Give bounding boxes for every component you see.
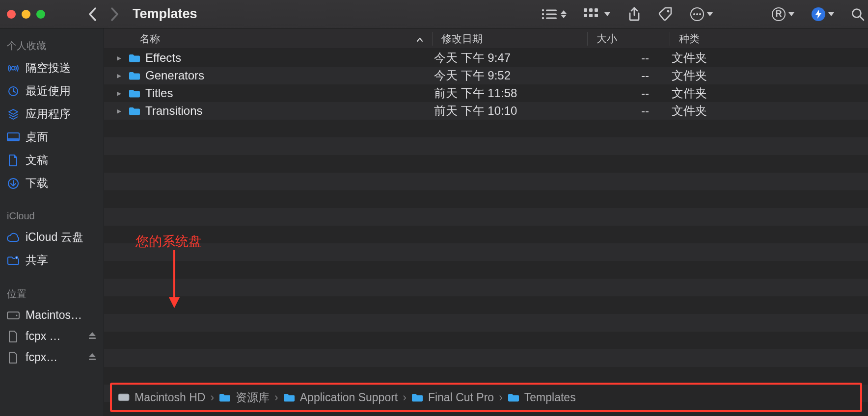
extension-r-button[interactable]: R xyxy=(772,7,794,21)
svg-point-4 xyxy=(542,17,544,19)
chevron-down-icon xyxy=(788,12,794,16)
table-row-empty xyxy=(104,261,868,279)
svg-marker-30 xyxy=(169,297,180,308)
path-separator-icon: › xyxy=(274,391,278,404)
svg-rect-3 xyxy=(546,13,557,15)
column-header-label: 名称 xyxy=(139,32,160,46)
minimize-window-button[interactable] xyxy=(22,10,30,19)
file-date: 今天 下午 9:52 xyxy=(425,68,580,83)
svg-rect-27 xyxy=(89,338,96,339)
document-icon xyxy=(7,331,20,342)
table-row[interactable]: ▸Transitions前天 下午 10:10--文件夹 xyxy=(104,102,868,120)
table-row-empty xyxy=(104,243,868,261)
tag-button[interactable] xyxy=(658,7,673,22)
folder-icon xyxy=(508,393,519,402)
column-header-date[interactable]: 修改日期 xyxy=(432,32,587,46)
disclosure-triangle-icon[interactable]: ▸ xyxy=(117,70,127,81)
sidebar-item-applications[interactable]: 应用程序 xyxy=(0,103,104,126)
close-window-button[interactable] xyxy=(7,10,16,19)
group-by-button[interactable] xyxy=(584,8,610,20)
table-row-empty xyxy=(104,120,868,137)
table-row[interactable]: ▸Titles前天 下午 11:58--文件夹 xyxy=(104,84,868,102)
sidebar-item-label: 桌面 xyxy=(26,130,48,145)
eject-icon[interactable] xyxy=(88,330,97,343)
sidebar-item-desktop[interactable]: 桌面 xyxy=(0,126,104,149)
svg-point-0 xyxy=(542,9,544,11)
svg-point-12 xyxy=(667,10,670,12)
annotation-label: 您的系统盘 xyxy=(136,233,202,250)
sidebar-item-airdrop[interactable]: 隔空投送 xyxy=(0,56,104,79)
chevron-left-icon xyxy=(88,7,97,21)
svg-point-16 xyxy=(853,9,861,17)
back-button[interactable] xyxy=(84,4,101,24)
sidebar-section-title: 位置 xyxy=(0,286,104,305)
svg-rect-10 xyxy=(589,14,593,17)
svg-rect-5 xyxy=(546,17,557,19)
sidebar-item-shared[interactable]: ? 共享 xyxy=(0,249,104,272)
table-row-empty xyxy=(104,314,868,332)
folder-icon xyxy=(411,393,423,402)
sidebar-item-label: 隔空投送 xyxy=(26,60,71,76)
sidebar: 个人收藏 隔空投送 最近使用 应用程序 桌面 文稿 下载 iCloud xyxy=(0,28,104,416)
search-button[interactable] xyxy=(851,8,864,21)
disclosure-triangle-icon[interactable]: ▸ xyxy=(117,105,127,116)
eject-icon[interactable] xyxy=(88,351,97,364)
folder-icon xyxy=(129,71,140,80)
path-segment-label: Templates xyxy=(524,391,576,404)
sidebar-item-label: 最近使用 xyxy=(26,83,71,99)
path-segment[interactable]: Templates xyxy=(508,391,576,404)
extension-bolt-button[interactable] xyxy=(812,7,834,21)
table-row-empty xyxy=(104,173,868,190)
column-header-size[interactable]: 大小 xyxy=(587,32,670,46)
svg-point-2 xyxy=(542,13,544,15)
file-kind: 文件夹 xyxy=(663,50,868,66)
file-date: 今天 下午 9:47 xyxy=(425,50,580,66)
path-segment[interactable]: Final Cut Pro xyxy=(411,391,494,404)
sidebar-item-label: fcpx… xyxy=(26,351,57,364)
path-separator-icon: › xyxy=(210,391,214,404)
forward-button[interactable] xyxy=(106,4,123,24)
ellipsis-circle-icon xyxy=(690,7,704,21)
sidebar-item-documents[interactable]: 文稿 xyxy=(0,149,104,172)
path-bar: Macintosh HD › 资源库 › Application Support… xyxy=(110,383,862,412)
table-row[interactable]: ▸Generators今天 下午 9:52--文件夹 xyxy=(104,67,868,84)
table-row-empty xyxy=(104,367,868,385)
column-header-name[interactable]: 名称 xyxy=(139,32,432,46)
chevron-down-icon xyxy=(828,12,834,16)
path-segment[interactable]: 资源库 xyxy=(219,390,270,405)
path-segment[interactable]: Application Support xyxy=(283,391,398,404)
sidebar-item-downloads[interactable]: 下载 xyxy=(0,172,104,195)
sidebar-item-label: 文稿 xyxy=(26,153,48,168)
share-button[interactable] xyxy=(627,7,641,22)
sidebar-item-recents[interactable]: 最近使用 xyxy=(0,79,104,103)
disclosure-triangle-icon[interactable]: ▸ xyxy=(117,52,127,63)
svg-rect-21 xyxy=(7,138,19,141)
sidebar-item-disk-image-1[interactable]: fcpx … xyxy=(0,326,104,347)
sidebar-item-iclouddrive[interactable]: iCloud 云盘 xyxy=(0,226,104,249)
table-row-empty xyxy=(104,137,868,155)
sidebar-item-macintosh-hd[interactable]: Macintos… xyxy=(0,305,104,326)
view-list-button[interactable] xyxy=(541,8,567,20)
file-name: Titles xyxy=(145,86,425,100)
chevron-down-icon xyxy=(604,12,610,16)
file-rows: ▸Effects今天 下午 9:47--文件夹▸Generators今天 下午 … xyxy=(104,49,868,416)
bolt-circle-icon xyxy=(812,7,825,21)
fullscreen-window-button[interactable] xyxy=(36,10,45,19)
disclosure-triangle-icon[interactable]: ▸ xyxy=(117,88,127,99)
path-segment[interactable]: Macintosh HD xyxy=(118,391,205,404)
column-header-label: 修改日期 xyxy=(441,33,483,44)
column-header-kind[interactable]: 种类 xyxy=(670,32,868,46)
file-date: 前天 下午 10:10 xyxy=(425,103,580,119)
column-header-row: 名称 修改日期 大小 种类 xyxy=(104,28,868,49)
sidebar-item-disk-image-2[interactable]: fcpx… xyxy=(0,347,104,368)
svg-point-26 xyxy=(16,314,18,316)
file-name: Generators xyxy=(145,69,425,82)
table-row[interactable]: ▸Effects今天 下午 9:47--文件夹 xyxy=(104,49,868,67)
more-menu-button[interactable] xyxy=(690,7,713,21)
sidebar-section-title: 个人收藏 xyxy=(0,37,104,56)
desktop-icon xyxy=(7,132,20,142)
shared-folder-icon: ? xyxy=(7,256,20,265)
window-title: Templates xyxy=(133,6,197,22)
sidebar-item-label: iCloud 云盘 xyxy=(26,230,83,245)
svg-line-17 xyxy=(860,17,864,20)
